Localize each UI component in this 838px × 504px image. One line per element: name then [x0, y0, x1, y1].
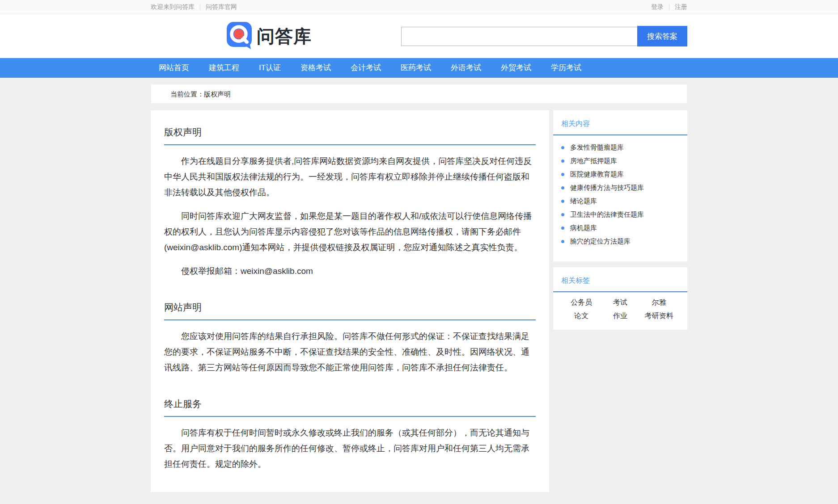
bullet-dot-icon [561, 173, 564, 176]
related-tags-title: 相关标签 [553, 267, 687, 292]
breadcrumb-current: 版权声明 [204, 90, 231, 98]
section-site-statement: 网站声明 您应该对使用问答库的结果自行承担风险。问答库不做任何形式的保证：不保证… [164, 301, 536, 375]
paragraph: 问答库有权于任何时间暂时或永久修改或终止我们的服务（或其任何部分），而无论其通知… [164, 425, 536, 472]
nav-item-home[interactable]: 网站首页 [159, 58, 189, 78]
welcome-text: 欢迎来到问答库 [151, 3, 195, 11]
related-content-title: 相关内容 [553, 110, 687, 135]
related-content-list: 多发性骨髓瘤题库 房地产抵押题库 医院健康教育题库 健康传播方法与技巧题库 绪论… [553, 135, 687, 261]
article-content: 版权声明 作为在线题目分享服务提供者,问答库网站数据资源均来自网友提供，问答库坚… [151, 110, 549, 492]
related-item[interactable]: 病机题库 [561, 224, 679, 232]
topbar-right: 登录 注册 [651, 3, 687, 11]
related-item-label: 健康传播方法与技巧题库 [570, 184, 644, 192]
related-item[interactable]: 卫生法中的法律责任题库 [561, 210, 679, 219]
related-item-label: 卫生法中的法律责任题库 [570, 210, 644, 219]
section-heading-termination: 终止服务 [164, 398, 536, 417]
nav-item-qualification[interactable]: 资格考试 [300, 58, 331, 78]
nav-item-academic[interactable]: 学历考试 [551, 58, 581, 78]
tag-link[interactable]: 考试 [601, 298, 640, 307]
nav-item-foreign-trade[interactable]: 外贸考试 [501, 58, 531, 78]
main-navbar: 网站首页 建筑工程 IT认证 资格考试 会计考试 医药考试 外语考试 外贸考试 … [0, 58, 838, 78]
nav-item-construction[interactable]: 建筑工程 [209, 58, 239, 78]
section-copyright: 版权声明 作为在线题目分享服务提供者,问答库网站数据资源均来自网友提供，问答库坚… [164, 126, 536, 279]
tag-link[interactable]: 尔雅 [639, 298, 678, 307]
topbar-left: 欢迎来到问答库 问答库官网 [151, 3, 237, 11]
tag-grid: 公务员 考试 尔雅 论文 作业 考研资料 [553, 292, 687, 330]
related-item[interactable]: 医院健康教育题库 [561, 170, 679, 179]
sidebar: 相关内容 多发性骨髓瘤题库 房地产抵押题库 医院健康教育题库 健康传播方法与技巧… [553, 110, 687, 330]
logo-text: 问答库 [257, 24, 312, 49]
bullet-dot-icon [561, 227, 564, 230]
login-link[interactable]: 登录 [651, 3, 664, 11]
register-link[interactable]: 注册 [675, 3, 687, 11]
tag-link[interactable]: 论文 [562, 311, 601, 321]
related-item[interactable]: 绪论题库 [561, 197, 679, 206]
related-item-label: 房地产抵押题库 [570, 157, 617, 165]
paragraph: 同时问答库欢迎广大网友监督，如果您是某一题目的著作权人和/或依法可以行使信息网络… [164, 208, 536, 255]
related-tags-box: 相关标签 公务员 考试 尔雅 论文 作业 考研资料 [553, 267, 687, 330]
nav-item-medical[interactable]: 医药考试 [401, 58, 431, 78]
related-item-label: 医院健康教育题库 [570, 170, 624, 179]
tag-link[interactable]: 作业 [601, 311, 640, 321]
nav-item-foreign-language[interactable]: 外语考试 [451, 58, 481, 78]
breadcrumb-bar: 当前位置：版权声明 [151, 84, 687, 104]
logo-q-icon [227, 21, 252, 51]
bullet-dot-icon [561, 160, 564, 163]
related-content-box: 相关内容 多发性骨髓瘤题库 房地产抵押题库 医院健康教育题库 健康传播方法与技巧… [553, 110, 687, 261]
section-heading-copyright: 版权声明 [164, 126, 536, 145]
paragraph: 作为在线题目分享服务提供者,问答库网站数据资源均来自网友提供，问答库坚决反对任何… [164, 153, 536, 200]
section-termination: 终止服务 问答库有权于任何时间暂时或永久修改或终止我们的服务（或其任何部分），而… [164, 398, 536, 472]
topbar: 欢迎来到问答库 问答库官网 登录 注册 [0, 0, 838, 14]
divider [200, 4, 200, 10]
tag-link[interactable]: 考研资料 [639, 311, 678, 321]
bullet-dot-icon [561, 240, 564, 243]
header: 问答库 搜索答案 [0, 14, 838, 58]
site-home-link[interactable]: 问答库官网 [206, 3, 237, 11]
related-item-label: 病机题库 [570, 224, 597, 232]
page: 欢迎来到问答库 问答库官网 登录 注册 [0, 0, 838, 504]
bullet-dot-icon [561, 186, 564, 189]
related-item[interactable]: 多发性骨髓瘤题库 [561, 143, 679, 152]
paragraph: 您应该对使用问答库的结果自行承担风险。问答库不做任何形式的保证：不保证查找结果满… [164, 328, 536, 375]
nav-item-it-cert[interactable]: IT认证 [259, 58, 281, 78]
related-item-label: 绪论题库 [570, 197, 597, 206]
related-item-label: 多发性骨髓瘤题库 [570, 143, 624, 152]
bullet-dot-icon [561, 200, 564, 203]
related-item[interactable]: 健康传播方法与技巧题库 [561, 184, 679, 192]
divider [669, 4, 669, 10]
bullet-dot-icon [561, 213, 564, 216]
report-email-line: 侵权举报邮箱：weixin@asklib.com [164, 263, 536, 279]
bullet-dot-icon [561, 146, 564, 149]
search-input[interactable] [401, 27, 637, 46]
logo[interactable]: 问答库 [227, 21, 312, 51]
related-item[interactable]: 腧穴的定位方法题库 [561, 237, 679, 246]
related-item[interactable]: 房地产抵押题库 [561, 157, 679, 165]
related-item-label: 腧穴的定位方法题库 [570, 237, 631, 246]
tag-link[interactable]: 公务员 [562, 298, 601, 307]
main-area: 版权声明 作为在线题目分享服务提供者,问答库网站数据资源均来自网友提供，问答库坚… [151, 110, 687, 492]
section-heading-site-statement: 网站声明 [164, 301, 536, 320]
breadcrumb-label: 当前位置： [170, 90, 204, 98]
search-button[interactable]: 搜索答案 [637, 26, 687, 46]
nav-item-accounting[interactable]: 会计考试 [351, 58, 381, 78]
search-bar: 搜索答案 [401, 26, 687, 46]
